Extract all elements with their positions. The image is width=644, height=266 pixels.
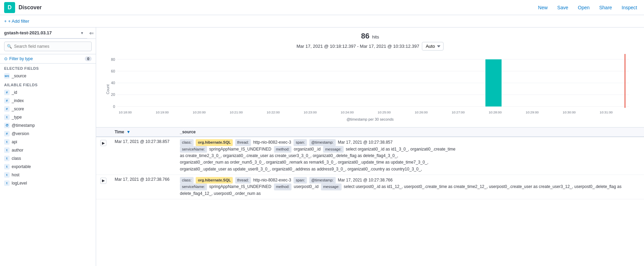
field-label: logLevel: [12, 181, 92, 186]
field-type-icon: #: [4, 98, 10, 103]
svg-text:10:24:00: 10:24:00: [341, 110, 354, 114]
filter-type-badge: 0: [85, 56, 92, 61]
field-type-icon: src: [4, 73, 10, 79]
filter-icon: ⊙: [4, 56, 8, 61]
field-label: _source: [12, 74, 92, 78]
hits-section: 86 hits: [96, 27, 644, 42]
index-selector[interactable]: gstash-test-2021.03.17 ▾: [0, 27, 87, 38]
field-label: _score: [12, 107, 92, 111]
sidebar: gstash-test-2021.03.17 ▾ ⇐ 🔍 ⊙ Filter by…: [0, 27, 96, 266]
svg-text:10:22:00: 10:22:00: [267, 110, 280, 114]
field-item-host[interactable]: t host: [0, 171, 96, 179]
new-button[interactable]: New: [535, 3, 550, 12]
timestamp-value: Mar 17, 2021 @ 10:27:38.857: [338, 140, 393, 145]
hits-count: 86: [361, 32, 369, 40]
nav-actions: New Save Open Share Inspect: [535, 3, 640, 12]
span-tag: span:: [294, 177, 307, 184]
filter-bar: + + Add filter: [0, 15, 644, 27]
search-field-input[interactable]: [4, 42, 92, 51]
message-tag: message:: [321, 184, 342, 190]
filter-by-type-row[interactable]: ⊙ Filter by type 0: [0, 54, 96, 64]
field-type-icon: t: [4, 172, 10, 178]
field-label: api: [12, 140, 92, 144]
save-button[interactable]: Save: [554, 3, 571, 12]
field-label: _id: [12, 90, 92, 95]
field-item-author[interactable]: t author: [0, 146, 96, 154]
field-item-type[interactable]: t _type: [0, 113, 96, 121]
expand-cell: ▶: [96, 137, 111, 175]
svg-text:40: 40: [111, 81, 115, 85]
svg-text:20: 20: [111, 92, 115, 97]
field-type-icon: t: [4, 180, 10, 186]
expand-button[interactable]: ▶: [100, 140, 106, 146]
field-item-source[interactable]: src _source: [0, 72, 96, 80]
field-label: @version: [12, 131, 92, 136]
share-button[interactable]: Share: [597, 3, 615, 12]
svg-text:10:29:00: 10:29:00: [526, 110, 539, 114]
field-type-icon: ⏱: [4, 123, 10, 128]
span-tag: span:: [294, 139, 307, 146]
timestamp-tag: @timestamp:: [309, 177, 336, 184]
field-item-exportable[interactable]: t exportable: [0, 163, 96, 171]
svg-text:10:19:00: 10:19:00: [156, 110, 169, 114]
field-item-loglevel[interactable]: t logLevel: [0, 179, 96, 187]
thread-value: http-nio-8082-exec-3: [253, 140, 291, 145]
class-tag: class:: [180, 177, 194, 184]
expand-button[interactable]: ▶: [100, 178, 106, 184]
main-layout: gstash-test-2021.03.17 ▾ ⇐ 🔍 ⊙ Filter by…: [0, 27, 644, 266]
service-value: springAppName_IS_UNDEFINED: [209, 147, 272, 152]
svg-text:10:25:00: 10:25:00: [378, 110, 391, 114]
field-item-timestamp[interactable]: ⏱ @timestamp: [0, 121, 96, 130]
timestamp-tag: @timestamp:: [309, 139, 336, 146]
field-item-index[interactable]: # _index: [0, 97, 96, 105]
y-axis-label: Count: [106, 85, 110, 95]
add-filter-button[interactable]: + + Add filter: [4, 19, 29, 24]
results-table: Time ▼ _source ▶ Mar 17, 2021 @ 10:27:38…: [96, 127, 644, 199]
index-name: gstash-test-2021.03.17: [4, 30, 52, 35]
x-axis-label: @timestamp per 30 seconds: [346, 117, 393, 121]
chart-wrap: Count 80 60 40 20 0 10:18:00 10:19:0: [96, 53, 644, 126]
app-logo: D: [4, 2, 15, 13]
time-range-bar: Mar 17, 2021 @ 10:18:12.397 - Mar 17, 20…: [96, 42, 644, 51]
time-cell: Mar 17, 2021 @ 10:27:38.766: [111, 175, 176, 199]
svg-text:10:31:00: 10:31:00: [600, 110, 613, 114]
thread-value: http-nio-8082-exec-3: [253, 178, 291, 182]
time-cell: Mar 17, 2021 @ 10:27:38.857: [111, 137, 176, 175]
interval-select[interactable]: Auto: [422, 42, 444, 51]
svg-text:10:23:00: 10:23:00: [304, 110, 317, 114]
class-value: org.hibernate.SQL: [196, 177, 233, 184]
field-item-api[interactable]: t api: [0, 138, 96, 146]
add-filter-label: + Add filter: [8, 19, 30, 24]
field-label: exportable: [12, 164, 92, 169]
search-field-wrap: 🔍: [0, 39, 96, 54]
svg-text:10:30:00: 10:30:00: [563, 110, 576, 114]
selected-fields-title: elected fields: [0, 64, 96, 72]
expand-col-header: [96, 128, 111, 137]
timestamp-value: Mar 17, 2021 @ 10:27:38.766: [338, 178, 393, 182]
field-type-icon: t: [4, 139, 10, 145]
thread-tag: thread:: [235, 139, 251, 146]
field-type-icon: #: [4, 106, 10, 112]
message-text-4: organizati0_.update_user as update_user8…: [180, 167, 422, 171]
field-item-version[interactable]: # @version: [0, 130, 96, 138]
histogram-chart: Count 80 60 40 20 0 10:18:00 10:19:0: [104, 53, 636, 122]
content-area: 86 hits Mar 17, 2021 @ 10:18:12.397 - Ma…: [96, 27, 644, 266]
open-button[interactable]: Open: [575, 3, 592, 12]
field-item-score[interactable]: # _score: [0, 105, 96, 113]
class-value: org.hibernate.SQL: [196, 139, 233, 146]
field-item-id[interactable]: # _id: [0, 88, 96, 97]
field-label: @timestamp: [12, 123, 92, 128]
field-label: _type: [12, 115, 92, 120]
sidebar-collapse-button[interactable]: ⇐: [87, 29, 96, 37]
time-col-header[interactable]: Time ▼: [111, 128, 176, 137]
svg-text:10:20:00: 10:20:00: [193, 110, 206, 114]
field-item-class[interactable]: t class: [0, 154, 96, 163]
svg-text:60: 60: [111, 69, 115, 73]
hits-label: hits: [372, 34, 379, 40]
inspect-button[interactable]: Inspect: [619, 3, 640, 12]
field-label: host: [12, 173, 92, 177]
source-cell: class: org.hibernate.SQL thread: http-ni…: [176, 175, 644, 199]
svg-text:10:28:00: 10:28:00: [488, 110, 502, 114]
svg-text:80: 80: [111, 57, 115, 62]
method-tag: method:: [274, 184, 292, 190]
